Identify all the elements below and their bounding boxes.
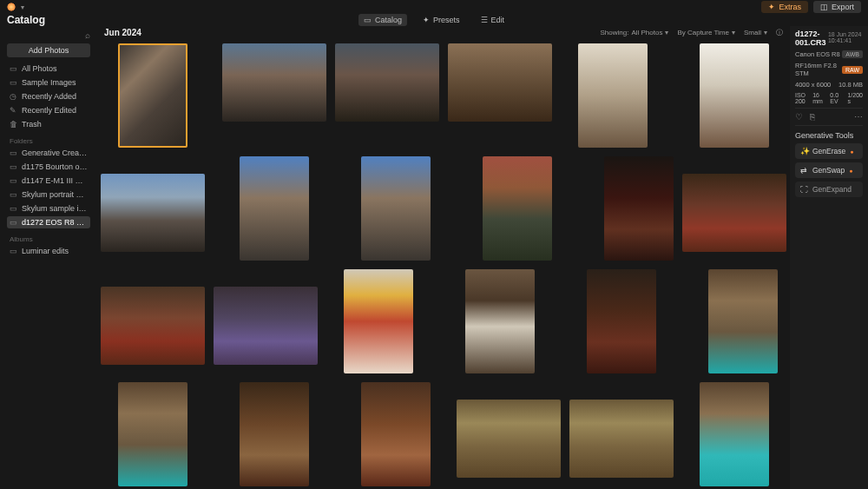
thumbnail[interactable] (700, 43, 769, 148)
folder-icon: ▭ (10, 218, 17, 227)
app-icon[interactable] (7, 3, 16, 11)
folder-item[interactable]: ▭d1175 Bourton on the W... (7, 161, 90, 173)
thumbnail[interactable] (708, 269, 778, 373)
folder-icon: ▭ (10, 190, 17, 199)
export-button[interactable]: ◫ Export (813, 1, 861, 13)
photo-grid (97, 38, 790, 489)
thumbnail[interactable] (101, 287, 205, 365)
tool-label: GenExpand (812, 185, 852, 194)
thumbnail[interactable] (361, 382, 431, 486)
thumbnail[interactable] (448, 43, 552, 122)
genswap-button[interactable]: ⇄ GenSwap● (795, 162, 863, 178)
info-date: 18 Jun 2024 10:41:41 (828, 31, 863, 43)
folder-icon: ▭ (10, 162, 17, 171)
favorite-icon[interactable]: ♡ (795, 112, 803, 122)
genexpand-button[interactable]: ⛶ GenExpand (795, 182, 863, 197)
thumbnail[interactable] (465, 269, 535, 373)
thumbnail[interactable] (483, 156, 552, 261)
swap-icon: ⇄ (800, 166, 808, 175)
sidebar-item-label: Recently Edited (22, 106, 76, 115)
chevron-down-icon[interactable]: ▾ (21, 3, 24, 11)
catalog-icon: ▭ (364, 16, 372, 24)
folder-item[interactable]: ▭Generative Creations (7, 147, 90, 159)
expand-icon: ⛶ (800, 185, 808, 194)
thumbnail[interactable] (569, 400, 674, 478)
folder-item[interactable]: ▭Skylum portrait samples (7, 188, 90, 201)
sidebar-trash[interactable]: 🗑Trash (7, 118, 90, 130)
thumbnail[interactable] (118, 382, 187, 486)
view-catalog-label: Catalog (375, 16, 402, 24)
sidebar-item-label: Trash (22, 120, 42, 129)
page-title: Catalog (7, 14, 45, 26)
export-label: Export (832, 3, 854, 11)
share-icon: ◫ (820, 3, 828, 11)
raw-badge: RAW (842, 66, 863, 74)
info-dimensions: 4000 x 6000 (795, 81, 831, 89)
view-catalog[interactable]: ▭ Catalog (358, 14, 407, 26)
sidebar-recently-edited[interactable]: ✎Recently Edited (7, 104, 90, 116)
thumbnail[interactable] (240, 156, 309, 261)
folder-label: d1175 Bourton on the W... (22, 162, 88, 171)
folder-item[interactable]: ▭d1147 E-M1 III Cheddar (7, 175, 90, 187)
album-item[interactable]: ▭Luminar edits (7, 245, 90, 257)
view-edit[interactable]: ☰ Edit (476, 14, 510, 26)
thumbnail[interactable] (682, 174, 786, 252)
sort-dropdown[interactable]: By Capture Time ▾ (677, 28, 735, 37)
sparkle-icon: ✨ (800, 147, 808, 155)
sidebar-recently-added[interactable]: ◷Recently Added (7, 90, 90, 102)
sidebar-item-label: All Photos (22, 64, 57, 73)
copy-icon[interactable]: ⎘ (810, 112, 815, 122)
thumbnail[interactable] (587, 269, 656, 373)
thumbnail[interactable] (604, 156, 674, 261)
thumbnail[interactable] (700, 382, 769, 486)
thumbnail[interactable] (344, 269, 413, 373)
info-iso: ISO 200 (795, 92, 810, 104)
view-edit-label: Edit (491, 16, 505, 24)
image-icon: ▭ (10, 78, 17, 87)
folder-label: Generative Creations (22, 149, 88, 157)
thumbnail[interactable] (214, 287, 318, 365)
folder-label: d1272 EOS R8 Castell C... (22, 218, 88, 227)
view-presets-label: Presets (433, 16, 460, 24)
photos-icon: ▭ (10, 64, 17, 73)
thumbnail[interactable] (118, 43, 187, 148)
thumbnail[interactable] (101, 174, 205, 252)
info-filesize: 10.8 MB (838, 81, 863, 89)
folder-item[interactable]: ▭Skylum sample images (7, 202, 90, 215)
folder-label: Skylum portrait samples (22, 190, 88, 199)
sidebar-all-photos[interactable]: ▭All Photos (7, 63, 90, 75)
info-filename: d1272-001.CR3 (795, 30, 828, 47)
thumbnail[interactable] (240, 382, 309, 486)
album-icon: ▭ (10, 247, 17, 255)
thumbnail[interactable] (361, 156, 431, 261)
puzzle-icon: ✦ (768, 3, 775, 11)
presets-icon: ✦ (423, 16, 430, 24)
thumbnail[interactable] (578, 43, 648, 148)
pencil-icon: ✎ (10, 106, 17, 115)
awb-badge: AWB (842, 50, 863, 58)
folder-icon: ▭ (10, 204, 17, 213)
generase-button[interactable]: ✨ GenErase● (795, 143, 863, 159)
gen-tools-heading: Generative Tools (795, 131, 863, 140)
date-heading: Jun 2024 (104, 28, 141, 37)
thumbnail[interactable] (222, 43, 326, 122)
extras-button[interactable]: ✦ Extras (761, 1, 808, 13)
trash-icon: 🗑 (10, 120, 17, 129)
folder-item[interactable]: ▭d1272 EOS R8 Castell C... (7, 216, 90, 228)
sidebar-sample-images[interactable]: ▭Sample Images (7, 76, 90, 89)
info-toggle[interactable]: ⓘ (776, 28, 783, 37)
showing-filter[interactable]: Showing: All Photos ▾ (600, 28, 668, 37)
info-focal: 16 mm (812, 92, 827, 104)
search-icon[interactable]: ⌕ (85, 30, 90, 40)
album-label: Luminar edits (22, 247, 69, 255)
tool-label: GenErase (812, 147, 845, 155)
folder-icon: ▭ (10, 176, 17, 185)
add-photos-button[interactable]: Add Photos (7, 43, 90, 57)
more-icon[interactable]: ⋯ (854, 112, 863, 122)
info-camera: Canon EOS R8 (795, 50, 840, 58)
size-dropdown[interactable]: Small ▾ (744, 28, 767, 37)
view-presets[interactable]: ✦ Presets (418, 14, 465, 26)
info-shutter: 1/200 s (847, 92, 863, 104)
thumbnail[interactable] (457, 400, 561, 478)
thumbnail[interactable] (335, 43, 439, 122)
